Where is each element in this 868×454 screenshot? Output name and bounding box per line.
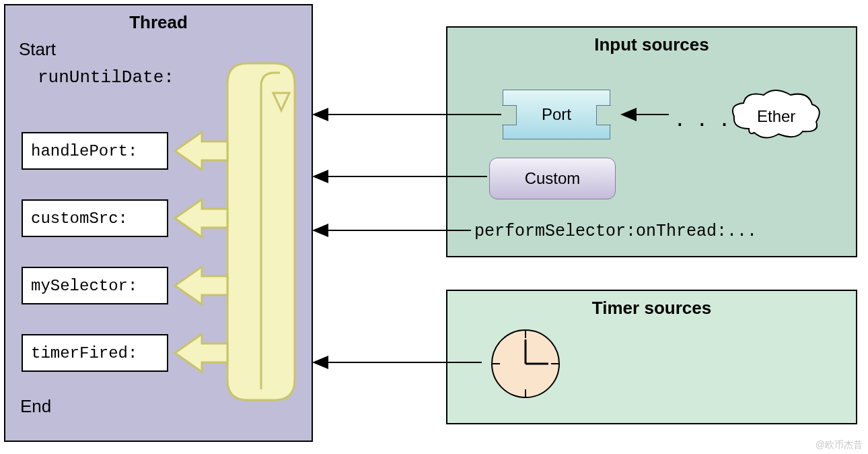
handler-label: timerFired: xyxy=(31,344,137,362)
timer-sources-title: Timer sources xyxy=(447,298,856,319)
port-label: Port xyxy=(542,105,571,124)
input-sources-panel: Input sources Port Custom performSelecto… xyxy=(446,26,857,257)
custom-label: Custom xyxy=(525,169,581,188)
thread-panel: Thread Start runUntilDate: handlePort: c… xyxy=(4,4,313,442)
handler-myselector: mySelector: xyxy=(22,267,168,304)
svg-marker-0 xyxy=(273,93,289,110)
custom-box: Custom xyxy=(489,158,616,199)
timer-sources-panel: Timer sources xyxy=(446,290,857,424)
thread-method-label: runUntilDate: xyxy=(38,67,174,88)
handler-label: handlePort: xyxy=(31,142,137,160)
handler-timerfired: timerFired: xyxy=(22,334,168,372)
thread-title: Thread xyxy=(5,12,312,33)
ether-label: Ether xyxy=(757,107,795,126)
port-notch-left xyxy=(502,105,517,125)
input-sources-title: Input sources xyxy=(447,34,856,55)
perform-selector-text: performSelector:onThread:... xyxy=(474,222,757,241)
handler-label: mySelector: xyxy=(31,277,137,295)
thread-start-label: Start xyxy=(19,39,56,60)
port-box: Port xyxy=(503,90,610,139)
handler-handleport: handlePort: xyxy=(22,132,168,170)
ether-dots: . . . xyxy=(676,103,732,132)
clock-icon xyxy=(485,323,566,404)
thread-end-label: End xyxy=(20,396,51,417)
handler-label: customSrc: xyxy=(31,209,128,228)
handler-customsrc: customSrc: xyxy=(22,199,168,237)
watermark: @欧币杰昔 xyxy=(816,439,863,451)
port-notch-right xyxy=(596,105,611,125)
